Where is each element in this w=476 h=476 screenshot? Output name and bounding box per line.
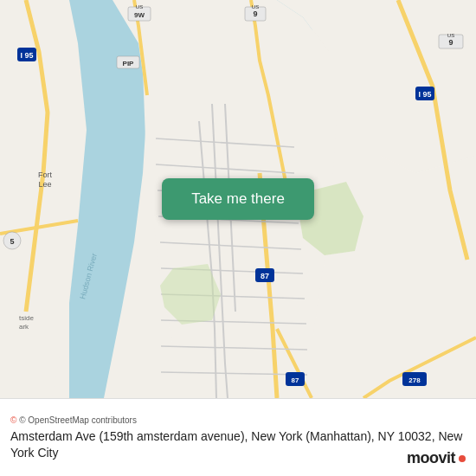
svg-text:Fort: Fort: [38, 170, 53, 179]
moovit-logo: moovit: [407, 449, 466, 467]
svg-text:5: 5: [10, 237, 14, 246]
take-me-there-button[interactable]: Take me there: [162, 178, 314, 220]
osm-credit: © © OpenStreetMap contributors: [10, 415, 466, 425]
svg-text:278: 278: [408, 376, 421, 384]
svg-text:I 95: I 95: [20, 51, 33, 60]
moovit-logo-text: moovit: [407, 449, 455, 467]
svg-text:US: US: [252, 4, 259, 10]
svg-text:US: US: [447, 33, 454, 38]
svg-text:tside: tside: [19, 314, 34, 322]
svg-text:9: 9: [448, 38, 453, 47]
svg-text:87: 87: [261, 272, 269, 280]
osm-credit-text: © OpenStreetMap contributors: [19, 415, 137, 425]
svg-text:9W: 9W: [134, 11, 145, 19]
svg-text:US: US: [136, 4, 143, 10]
svg-text:9: 9: [253, 10, 257, 18]
footer: © © OpenStreetMap contributors Amsterdam…: [0, 398, 476, 476]
svg-text:I 95: I 95: [418, 90, 431, 99]
svg-text:Lee: Lee: [38, 180, 51, 189]
moovit-logo-dot: [459, 455, 466, 462]
svg-text:87: 87: [292, 376, 299, 384]
map-container: I 95 I 95 9W US 9 US 9 US 87 87 278 5 Fo…: [0, 0, 476, 398]
address-text: Amsterdam Ave (159th amsterdam avenue), …: [10, 428, 466, 461]
svg-text:ark: ark: [19, 323, 29, 331]
svg-text:PIP: PIP: [123, 60, 135, 68]
